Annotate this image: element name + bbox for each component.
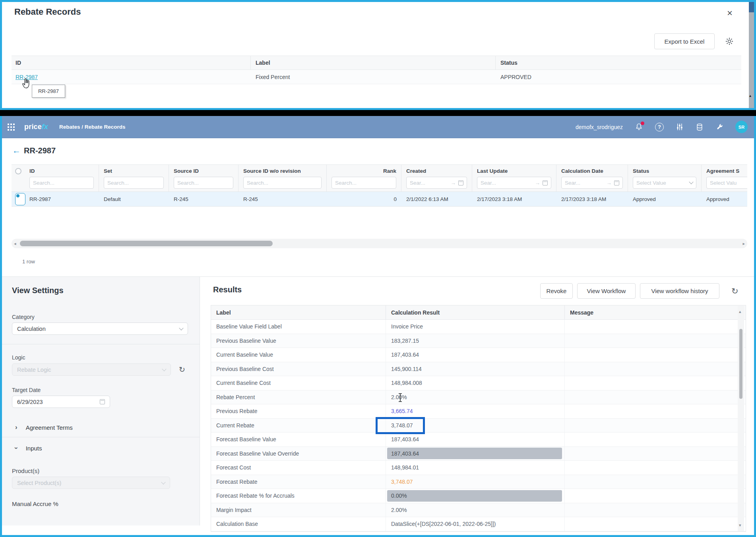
revoke-button[interactable]: Revoke [540, 283, 573, 299]
view-workflow-history-button[interactable]: View workflow history [640, 283, 719, 299]
search-field[interactable] [335, 180, 393, 186]
column-header-status[interactable]: Status [496, 56, 741, 70]
search-input-id[interactable] [29, 177, 94, 189]
calendar-icon[interactable] [458, 180, 463, 185]
pricefx-logo[interactable]: price fx [24, 123, 48, 131]
calendar-icon[interactable] [100, 399, 105, 404]
col-label-source-id[interactable]: Source ID [174, 168, 233, 176]
results-scrollbar[interactable]: ▴ ▾ [738, 306, 744, 531]
scroll-left-icon[interactable]: ◂ [14, 241, 16, 246]
separator-band [0, 110, 756, 116]
view-workflow-button[interactable]: View Workflow [577, 283, 636, 299]
search-input-set[interactable] [104, 177, 164, 189]
search-input-rank[interactable] [331, 177, 396, 189]
scroll-up-icon[interactable]: ▴ [749, 93, 751, 98]
result-message [565, 419, 746, 433]
arrow-right-icon: → [607, 180, 612, 186]
close-icon[interactable]: × [727, 8, 733, 19]
col-label-rank[interactable]: Rank [331, 168, 396, 176]
cell-created[interactable]: 2/1/2022 6:13 AM [401, 192, 472, 207]
back-icon[interactable]: ← [12, 146, 21, 155]
scroll-right-icon[interactable]: ▸ [742, 241, 745, 246]
search-field[interactable] [33, 180, 90, 186]
page-title: RR-2987 [24, 146, 56, 155]
modal-table-row[interactable]: RR-2987 Fixed Percent APPROVED [12, 70, 741, 84]
logic-refresh-icon[interactable]: ↻ [179, 365, 185, 374]
username[interactable]: demofx_srodriguez [576, 124, 623, 130]
modal-title: Rebate Records [14, 7, 81, 17]
accrual-percent-input[interactable]: 0.00% [387, 490, 562, 502]
export-to-excel-button[interactable]: Export to Excel [654, 33, 715, 49]
select-filter-status[interactable]: Select Value [633, 177, 696, 189]
search-input-source-id-wo-revision[interactable] [243, 177, 322, 189]
result-label: Previous Baseline Cost [211, 362, 386, 376]
select-filter-agreement-status[interactable]: Select Valu [706, 177, 747, 189]
col-label-source-id-wo-revision[interactable]: Source ID w/o revision [243, 168, 322, 176]
cell-agreement-status[interactable]: Approved [702, 192, 747, 207]
sliders-icon[interactable] [676, 123, 684, 131]
cell-source-id[interactable]: R-245 [169, 192, 238, 207]
breadcrumb[interactable]: Rebates / Rebate Records [59, 124, 126, 130]
app-grid-icon[interactable] [8, 124, 15, 131]
date-filter-calculation-date[interactable]: Sear... → [561, 177, 623, 189]
logic-select[interactable]: Rebate Logic [12, 363, 171, 376]
horizontal-scrollbar[interactable]: ◂ ▸ [12, 239, 747, 248]
help-icon[interactable]: ? [655, 123, 664, 131]
result-label: Current Rebate [211, 419, 386, 433]
row-radio-selected[interactable] [15, 193, 25, 205]
arrow-right-icon: → [535, 180, 541, 186]
avatar[interactable]: SR [735, 121, 748, 133]
calendar-icon[interactable] [543, 180, 548, 185]
modal-scrollbar[interactable]: ▴ [749, 2, 754, 110]
cell-set[interactable]: Default [99, 192, 169, 207]
search-field[interactable] [107, 180, 160, 186]
column-header-id[interactable]: ID [12, 56, 251, 70]
col-label-last-update[interactable]: Last Update [477, 168, 551, 176]
cell-last-update[interactable]: 2/17/2023 3:18 AM [472, 192, 556, 207]
scroll-up-icon[interactable]: ▴ [739, 309, 741, 314]
database-icon[interactable] [696, 123, 704, 131]
results-scrollbar-thumb[interactable] [739, 329, 742, 399]
col-label-calculation-date[interactable]: Calculation Date [561, 168, 623, 176]
target-date-label: Target Date [12, 387, 41, 393]
products-select[interactable]: Select Product(s) [12, 477, 170, 489]
gear-icon[interactable] [725, 37, 734, 46]
result-label: Calculation Base [211, 517, 386, 531]
notifications-bell-icon[interactable] [635, 123, 643, 131]
date-filter-created[interactable]: Sear... → [406, 177, 467, 189]
category-select[interactable]: Calculation [12, 323, 188, 335]
col-label-created[interactable]: Created [406, 168, 467, 176]
modal-table-header: ID Label Status [12, 56, 741, 70]
horizontal-scrollbar-thumb[interactable] [20, 241, 273, 246]
cell-status[interactable]: Approved [628, 192, 702, 207]
cell-source-id-wo-revision[interactable]: R-245 [238, 192, 327, 207]
select-all-radio[interactable] [15, 168, 21, 174]
cell-rank[interactable]: 0 [327, 192, 401, 207]
col-label-set[interactable]: Set [104, 168, 164, 176]
column-header-label[interactable]: Label [251, 56, 496, 70]
cell-calculation-date[interactable]: 2/17/2023 3:18 AM [556, 192, 628, 207]
cell-id[interactable]: RR-2987 [25, 192, 99, 207]
result-row: Calculation Base DataSlice(+[DS[2022-06-… [211, 517, 746, 531]
results-refresh-icon[interactable]: ↻ [731, 286, 739, 296]
chevron-down-icon [162, 367, 166, 371]
wrench-icon[interactable] [715, 123, 723, 131]
col-label-status[interactable]: Status [633, 168, 696, 176]
agreement-terms-section[interactable]: › Agreement Terms [15, 423, 73, 431]
logic-placeholder: Rebate Logic [17, 367, 51, 373]
search-field[interactable] [247, 180, 318, 186]
search-input-source-id[interactable] [174, 177, 233, 189]
inputs-section[interactable]: › Inputs [15, 444, 42, 452]
logo-price-text: price [24, 123, 42, 131]
calendar-icon[interactable] [614, 180, 619, 185]
result-row: Current Baseline Cost 148,984.008 [211, 376, 746, 390]
override-input[interactable]: 187,403.64 [387, 448, 562, 459]
col-label-id[interactable]: ID [29, 168, 94, 176]
search-field[interactable] [177, 180, 230, 186]
scroll-down-icon[interactable]: ▾ [739, 523, 741, 528]
col-label-agreement-status[interactable]: Agreement S [706, 168, 742, 176]
target-date-input[interactable]: 6/29/2023 [12, 396, 110, 408]
date-filter-last-update[interactable]: Sear... → [477, 177, 551, 189]
result-row-current-rebate: Current Rebate 3,748.07 [211, 419, 746, 433]
result-value: 148,984.01 [386, 461, 565, 475]
